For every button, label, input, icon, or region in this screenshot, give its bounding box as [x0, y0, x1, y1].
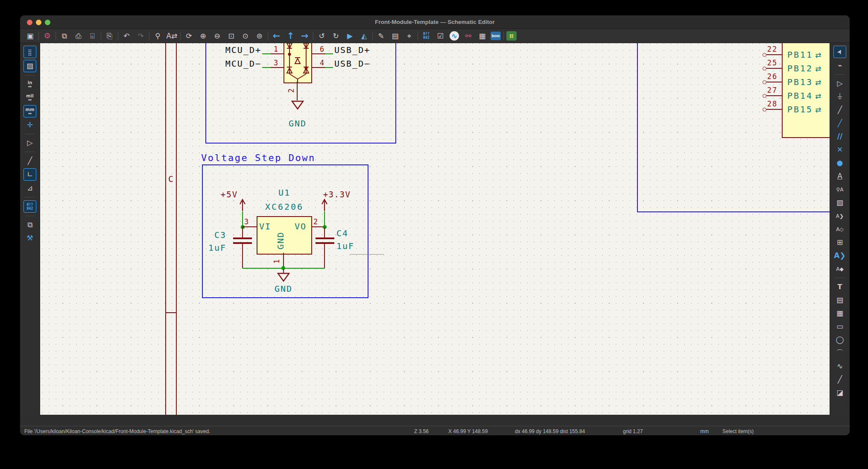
- title-bar[interactable]: Front-Module-Template — Schematic Editor: [20, 15, 850, 29]
- wire[interactable]: [242, 211, 243, 227]
- copy-icon[interactable]: ⧉: [58, 30, 70, 41]
- global-label-icon[interactable]: A❯: [834, 210, 846, 222]
- nav-up-icon[interactable]: ↑: [285, 30, 296, 41]
- wire[interactable]: [325, 53, 333, 54]
- simulator-icon[interactable]: ∿: [450, 31, 459, 41]
- undo-icon[interactable]: ↶: [121, 30, 132, 41]
- symbol-editor-icon[interactable]: ✎: [375, 30, 387, 41]
- bom-icon[interactable]: bom: [491, 32, 501, 40]
- bezier-icon[interactable]: ∿: [834, 361, 846, 372]
- erc-icon[interactable]: ☑: [435, 30, 446, 41]
- power-arrow-symbol[interactable]: [321, 198, 328, 212]
- image-icon[interactable]: ◪: [834, 387, 846, 399]
- text-box-icon[interactable]: ▤: [834, 294, 846, 306]
- add-power-icon[interactable]: ⏚: [834, 91, 846, 103]
- rule-area-icon[interactable]: ▧: [834, 197, 846, 208]
- cursor-shape-icon[interactable]: ✛: [24, 119, 36, 131]
- redo-icon[interactable]: ↷: [135, 30, 146, 41]
- find-replace-icon[interactable]: A⇄: [166, 30, 178, 41]
- power-flag-label[interactable]: +5V: [214, 190, 244, 199]
- reference-designator[interactable]: U1: [257, 188, 312, 198]
- component-value[interactable]: 1uF: [206, 243, 226, 253]
- zoom-in-icon[interactable]: ⊕: [197, 30, 209, 41]
- reference-designator[interactable]: C3: [208, 230, 226, 240]
- no-connect-icon[interactable]: ✕: [834, 144, 846, 155]
- wire[interactable]: [262, 53, 271, 54]
- net-label-usb-dp[interactable]: USB_D+: [334, 45, 370, 55]
- highlight-net-icon[interactable]: ⌁: [834, 60, 846, 71]
- symbol-browser-icon[interactable]: ▤: [389, 30, 401, 41]
- plot-icon[interactable]: ⌻: [87, 30, 98, 41]
- net-label-usb-dm[interactable]: USB_D−: [334, 59, 370, 69]
- paste-icon[interactable]: ⎘: [104, 30, 115, 41]
- power-arrow-symbol[interactable]: [239, 198, 246, 212]
- preferences-icon[interactable]: ⚒: [24, 232, 36, 244]
- sheet-pin-icon[interactable]: A◆: [834, 263, 846, 275]
- hierarchical-sheet-icon[interactable]: ⊞: [834, 237, 846, 248]
- rectangle-icon[interactable]: ▭: [834, 321, 846, 332]
- annotate-icon[interactable]: R?? R42: [421, 30, 432, 41]
- add-bus-icon[interactable]: ╱: [834, 117, 846, 129]
- wire-free-angle-icon[interactable]: ╱: [24, 155, 36, 167]
- hierarchy-navigator-icon[interactable]: ⧉: [24, 219, 36, 231]
- component-value[interactable]: XC6206: [250, 202, 319, 212]
- import-sheet-pin-icon[interactable]: A❯: [834, 250, 846, 261]
- mirror-v-icon[interactable]: ◭: [358, 30, 370, 41]
- rotate-cw-icon[interactable]: ↻: [330, 30, 342, 41]
- gnd-net-label[interactable]: GND: [271, 284, 296, 294]
- arc-icon[interactable]: ⌒: [834, 347, 846, 359]
- gnd-symbol[interactable]: [277, 273, 290, 282]
- net-label-mcu-dp[interactable]: MCU_D+: [219, 45, 261, 55]
- footprint-editor-icon[interactable]: ⌖: [403, 30, 415, 41]
- section-title[interactable]: Voltage Step Down: [201, 152, 316, 163]
- net-label-mcu-dm[interactable]: MCU_D−: [219, 59, 261, 69]
- circle-icon[interactable]: ◯: [834, 334, 846, 346]
- wire[interactable]: [325, 67, 333, 68]
- annotate-auto-icon[interactable]: R?? R42: [23, 200, 36, 213]
- hidden-pins-icon[interactable]: ▷: [24, 137, 36, 149]
- mcu-graphic-box-edge[interactable]: [637, 211, 830, 212]
- table-icon[interactable]: ▦: [834, 308, 846, 319]
- schematic-setup-icon[interactable]: ⚙: [41, 30, 53, 41]
- capacitor-plate[interactable]: [316, 237, 334, 239]
- graphic-line[interactable]: [350, 254, 384, 255]
- units-inches-icon[interactable]: in ↔: [24, 79, 36, 90]
- esd-array-symbol-body[interactable]: [283, 43, 312, 83]
- zoom-out-icon[interactable]: ⊖: [211, 30, 223, 41]
- power-flag-label[interactable]: +3.3V: [320, 190, 354, 199]
- units-mils-icon[interactable]: mil ↔: [24, 92, 36, 103]
- gnd-symbol[interactable]: [291, 100, 304, 110]
- rotate-ccw-icon[interactable]: ↺: [316, 30, 327, 41]
- find-icon[interactable]: ⚲: [152, 30, 164, 41]
- wire-90-icon[interactable]: ∟: [23, 168, 36, 181]
- net-label-icon[interactable]: A: [834, 170, 846, 182]
- add-wire-icon[interactable]: ╱: [834, 104, 846, 116]
- refresh-icon[interactable]: ⟳: [183, 30, 195, 41]
- save-icon[interactable]: ▣: [24, 30, 36, 41]
- grid-override-icon[interactable]: ▨: [23, 60, 36, 72]
- PB15[interactable]: 28 PB15⇄: [763, 103, 830, 117]
- zoom-selection-icon[interactable]: ⊚: [254, 30, 265, 41]
- mcu-graphic-box-edge[interactable]: [637, 43, 638, 212]
- line-icon[interactable]: ╱: [834, 374, 846, 385]
- netclass-directive-icon[interactable]: ⚲A: [834, 184, 846, 195]
- component-value[interactable]: 1uF: [336, 241, 354, 251]
- wire[interactable]: [324, 211, 325, 227]
- schematic-canvas[interactable]: C MCU_D+ MCU_D− USB_D+ USB_D− 1 3 6 4: [40, 43, 830, 415]
- zoom-objects-icon[interactable]: ⊙: [240, 30, 251, 41]
- print-icon[interactable]: ⎙: [73, 30, 84, 41]
- text-icon[interactable]: T: [834, 281, 846, 293]
- add-symbol-icon[interactable]: ▷: [834, 78, 846, 89]
- symbol-fields-table-icon[interactable]: ▦: [476, 30, 488, 41]
- zoom-fit-icon[interactable]: ⊡: [225, 30, 237, 41]
- capacitor-plate[interactable]: [233, 237, 252, 239]
- wire-45-icon[interactable]: ⊿: [24, 182, 36, 194]
- select-tool-icon[interactable]: ➤: [833, 46, 846, 58]
- mirror-h-icon[interactable]: ▶: [344, 30, 356, 41]
- hierarchical-label-icon[interactable]: A◇: [834, 223, 846, 235]
- add-bus-entry-icon[interactable]: //: [834, 131, 846, 142]
- nav-forward-icon[interactable]: →: [299, 30, 310, 41]
- assign-footprints-icon[interactable]: ⚯: [462, 30, 474, 41]
- grid-show-icon[interactable]: ⣿: [23, 46, 36, 58]
- units-mm-icon[interactable]: mm ↔: [23, 105, 36, 117]
